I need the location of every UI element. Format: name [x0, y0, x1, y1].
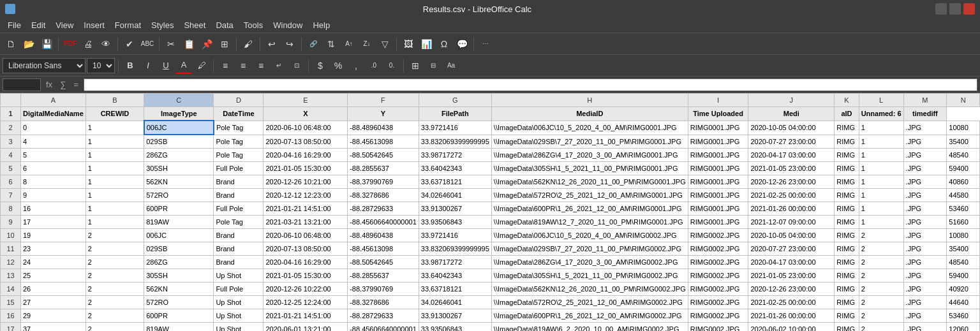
data-cell[interactable]: .JPG — [903, 309, 947, 323]
cut-button[interactable]: ✂ — [163, 36, 179, 52]
data-cell[interactable]: RIMG0001.JPG — [688, 189, 748, 202]
data-cell[interactable]: 16 — [1, 309, 21, 323]
data-cell[interactable]: 51660 — [947, 216, 980, 229]
data-cell[interactable]: 48540 — [947, 149, 980, 162]
data-cell[interactable]: 2 — [859, 296, 903, 309]
pastespecial-button[interactable]: ⊞ — [216, 36, 233, 52]
data-cell[interactable]: 6 — [21, 162, 86, 175]
data-cell[interactable]: 17 — [1, 323, 21, 332]
data-cell[interactable]: \\ImageData\600PR\1_26_2021_12_00_AM\RIM… — [491, 309, 688, 323]
decimal-add-button[interactable]: .0 — [366, 57, 382, 74]
data-cell[interactable]: 2021-02-25 00:00:00 — [748, 296, 835, 309]
data-cell[interactable]: 1 — [85, 121, 144, 135]
data-cell[interactable]: RIMG0001.JPG — [688, 216, 748, 229]
data-cell[interactable]: 2020-04-17 03:00:00 — [748, 256, 835, 269]
data-cell[interactable]: RIMG0002.JPG — [688, 309, 748, 323]
insert-chart-button[interactable]: 📊 — [418, 36, 434, 52]
data-cell[interactable]: .JPG — [903, 242, 947, 256]
data-cell[interactable]: .JPG — [903, 323, 947, 332]
data-cell[interactable]: \\ImageData\029SB\7_27_2020_11_00_PM\RIM… — [491, 242, 688, 256]
copy-button[interactable]: 📋 — [181, 36, 197, 52]
data-cell[interactable]: -88.45606640000001 — [348, 216, 419, 229]
col-header-c[interactable]: C — [144, 94, 214, 107]
header-cell[interactable]: FilePath — [419, 107, 491, 121]
data-cell[interactable]: RIMG — [835, 323, 859, 332]
thousands-button[interactable]: , — [348, 57, 364, 74]
data-cell[interactable]: RIMG — [835, 135, 859, 149]
data-cell[interactable]: 2020-07-27 23:00:00 — [748, 135, 835, 149]
data-cell[interactable]: 2020-07-27 23:00:00 — [748, 242, 835, 256]
data-cell[interactable]: 12060 — [947, 323, 980, 332]
data-cell[interactable]: 1 — [85, 162, 144, 175]
data-cell[interactable]: 006JC — [144, 229, 214, 242]
data-cell[interactable]: 33.64042343 — [419, 269, 491, 283]
data-cell[interactable]: 2020-06-02 10:00:00 — [748, 323, 835, 332]
header-cell[interactable]: timediff — [903, 107, 947, 121]
merge-cells-button[interactable]: ⊡ — [288, 57, 305, 74]
formula-input[interactable]: 006JC — [84, 78, 977, 91]
data-cell[interactable]: 33.9721416 — [419, 229, 491, 242]
data-cell[interactable]: RIMG0001.JPG — [688, 121, 748, 135]
data-cell[interactable]: 6 — [1, 175, 21, 189]
data-cell[interactable]: 33.832069399999995 — [419, 242, 491, 256]
data-cell[interactable]: RIMG0001.JPG — [688, 135, 748, 149]
data-cell[interactable]: -88.48960438 — [348, 121, 419, 135]
data-cell[interactable]: -88.3278686 — [348, 189, 419, 202]
data-cell[interactable]: 2 — [85, 309, 144, 323]
data-cell[interactable]: \\ImageData\305SH\1_5_2021_11_00_PM\RIMG… — [491, 162, 688, 175]
data-cell[interactable]: 1 — [859, 149, 903, 162]
data-cell[interactable]: 10 — [1, 229, 21, 242]
data-cell[interactable]: 305SH — [144, 269, 214, 283]
data-cell[interactable]: 1 — [85, 202, 144, 216]
data-cell[interactable]: -88.28729633 — [348, 309, 419, 323]
data-cell[interactable]: RIMG0002.JPG — [688, 283, 748, 296]
data-cell[interactable]: .JPG — [903, 283, 947, 296]
menu-window[interactable]: Window — [268, 19, 308, 31]
menu-insert[interactable]: Insert — [78, 19, 110, 31]
open-button[interactable]: 📂 — [20, 36, 37, 52]
data-cell[interactable]: 2 — [85, 269, 144, 283]
data-cell[interactable]: 1 — [859, 121, 903, 135]
data-cell[interactable]: 600PR — [144, 309, 214, 323]
data-cell[interactable]: 1 — [859, 216, 903, 229]
data-cell[interactable]: 572RO — [144, 189, 214, 202]
data-cell[interactable]: RIMG — [835, 216, 859, 229]
data-cell[interactable]: 562KN — [144, 175, 214, 189]
data-cell[interactable]: 2020-12-26 10:21:00 — [264, 175, 348, 189]
col-header-d[interactable]: D — [214, 94, 264, 107]
data-cell[interactable]: 25 — [21, 269, 86, 283]
data-cell[interactable]: RIMG — [835, 162, 859, 175]
data-cell[interactable]: .JPG — [903, 216, 947, 229]
data-cell[interactable]: 33.63718121 — [419, 175, 491, 189]
data-cell[interactable]: 10080 — [947, 229, 980, 242]
hyperlink-button[interactable]: 🔗 — [305, 36, 322, 52]
header-cell[interactable]: Unnamed: 6 — [859, 107, 903, 121]
insert-special-char-button[interactable]: Ω — [436, 36, 452, 52]
header-cell[interactable]: X — [264, 107, 348, 121]
data-cell[interactable]: 53460 — [947, 309, 980, 323]
data-cell[interactable]: RIMG0002.JPG — [688, 323, 748, 332]
data-cell[interactable]: .JPG — [903, 296, 947, 309]
data-cell[interactable]: 17 — [21, 216, 86, 229]
menu-sheet[interactable]: Sheet — [179, 19, 211, 31]
data-cell[interactable]: 2021-01-05 15:30:00 — [264, 162, 348, 175]
data-cell[interactable]: 1 — [85, 135, 144, 149]
data-cell[interactable]: 2021-01-21 14:51:00 — [264, 309, 348, 323]
currency-button[interactable]: $ — [312, 57, 329, 74]
data-cell[interactable]: 2 — [859, 283, 903, 296]
decimal-remove-button[interactable]: 0. — [383, 57, 400, 74]
menu-tools[interactable]: Tools — [239, 19, 268, 31]
data-cell[interactable]: \\ImageData\600PR\1_26_2021_12_00_AM\RIM… — [491, 202, 688, 216]
data-cell[interactable]: 2020-12-26 23:00:00 — [748, 175, 835, 189]
data-cell[interactable]: \\ImageData\562KN\12_26_2020_11_00_PM\RI… — [491, 175, 688, 189]
data-cell[interactable]: Full Pole — [214, 283, 264, 296]
menu-file[interactable]: File — [3, 19, 26, 31]
data-cell[interactable]: -88.3278686 — [348, 296, 419, 309]
data-cell[interactable]: 2020-04-16 16:29:00 — [264, 149, 348, 162]
header-cell[interactable]: DateTime — [214, 107, 264, 121]
data-cell[interactable]: 2020-06-01 13:21:00 — [264, 323, 348, 332]
col-header-i[interactable]: I — [688, 94, 748, 107]
col-header-m[interactable]: M — [903, 94, 947, 107]
data-cell[interactable]: -88.50542645 — [348, 149, 419, 162]
col-header-e[interactable]: E — [264, 94, 348, 107]
